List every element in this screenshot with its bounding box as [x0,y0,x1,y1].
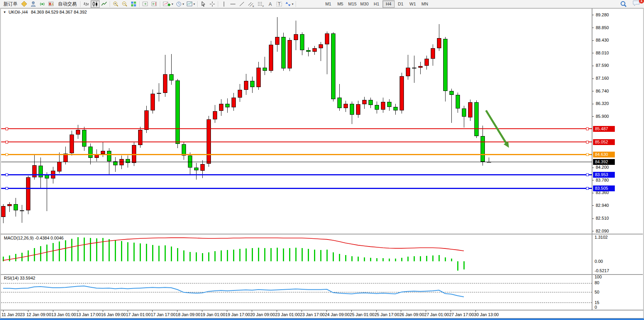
line-handle[interactable] [5,153,8,156]
candle [39,166,43,177]
add-indicator-icon[interactable]: ▾ [161,0,174,8]
rsi-axis-label: 100 [595,275,602,279]
toolbar-separator [159,1,161,7]
crosshair-icon[interactable] [208,0,217,8]
time-tick [277,310,277,312]
one-click-trading-toggle[interactable]: ▼ [3,10,6,14]
line-handle[interactable] [5,187,8,190]
rsi-level-line [1,303,592,303]
mt4-window: 新订单 自动交易 [0,0,644,320]
time-tick-label: 24 Jan 09:00 [325,312,350,317]
auto-scroll-icon[interactable] [150,0,159,8]
toolbar-separator [295,1,297,7]
text-label-icon[interactable]: T [275,0,284,8]
trendline-icon[interactable] [237,0,246,8]
line-handle[interactable] [586,141,589,143]
macd-histogram-bar [177,248,178,261]
period-clock-icon[interactable]: ▾ [174,0,185,8]
signal-icon[interactable] [38,0,47,8]
macd-histogram-bar [214,251,216,261]
timeframe-button-M15[interactable]: M15 [346,0,358,8]
price-tick [592,116,594,117]
price-tick [592,231,594,231]
candle [331,33,335,99]
time-tick [227,310,227,312]
candle [138,130,142,145]
horizontal-line[interactable] [1,142,592,142]
candle [337,98,342,108]
bar-chart-icon[interactable] [82,0,91,8]
search-icon[interactable] [619,0,628,8]
text-icon[interactable]: A [266,0,275,8]
timeframe-button-H1[interactable]: H1 [370,0,383,8]
channel-icon[interactable]: E [246,0,256,8]
shapes-icon[interactable]: ▾ [284,0,295,8]
timeframe-button-MN[interactable]: MN [419,0,431,8]
price-tick-label: 88.010 [596,51,609,55]
line-handle[interactable] [5,173,8,176]
candle [244,81,248,90]
notifications-button[interactable]: 1 [632,0,642,9]
price-tick [592,28,594,28]
line-handle[interactable] [586,128,589,130]
timeframe-button-D1[interactable]: D1 [395,0,407,8]
candle [144,110,149,130]
zoom-in-icon[interactable] [111,0,120,8]
price-tick [592,180,594,180]
candle-wick [9,202,10,212]
candle-wick [265,57,265,75]
timeframe-button-M30[interactable]: M30 [358,0,370,8]
tile-windows-icon[interactable] [129,0,138,8]
candle [82,130,86,147]
line-handle[interactable] [5,128,8,130]
fibonacci-icon[interactable]: F [256,0,266,8]
macd-histogram-bar [270,248,272,261]
macd-histogram-bar [295,248,297,261]
line-handle[interactable] [586,187,589,190]
line-handle[interactable] [586,173,589,176]
price-tick-label: 88.430 [596,38,609,42]
horizontal-line[interactable] [1,188,592,189]
line-handle[interactable] [5,141,8,143]
new-order-button[interactable]: 新订单 [1,0,20,8]
candle [481,136,485,162]
macd-histogram-bar [71,239,72,261]
rsi-axis-label: 80 [595,281,599,285]
horizontal-line-icon[interactable] [228,0,237,8]
template-icon[interactable]: ▾ [185,0,196,8]
timeframe-button-W1[interactable]: W1 [407,0,419,8]
line-chart-icon[interactable] [100,0,109,8]
line-handle[interactable] [586,153,589,156]
macd-pane-divider[interactable] [0,234,643,234]
candle-chart-icon[interactable] [91,0,100,8]
macd-histogram-bar [146,244,147,261]
svg-text:T: T [278,2,281,6]
autotrade-icon[interactable] [47,0,56,8]
chart-shift-icon[interactable] [141,0,150,8]
macd-histogram-bar [133,243,135,261]
horizontal-line[interactable] [1,174,592,175]
timeframe-button-M5[interactable]: M5 [334,0,346,8]
timeframe-button-H4[interactable]: H4 [383,0,395,8]
vertical-line-icon[interactable] [219,0,228,8]
cursor-icon[interactable] [199,0,208,8]
macd-histogram-bar [426,256,427,261]
candle [306,50,311,52]
time-tick [103,310,103,312]
horizontal-line[interactable] [1,128,592,129]
zoom-out-icon[interactable] [120,0,129,8]
time-tick [401,310,401,312]
time-tick-label: 19 Jan 01:00 [200,312,225,317]
macd-histogram-bar [395,259,396,261]
wizard-icon[interactable] [20,0,29,8]
candle [157,93,161,94]
rsi-pane-divider[interactable] [0,274,643,275]
profile-icon[interactable] [29,0,38,8]
horizontal-line[interactable] [1,154,592,155]
timeframe-button-M1[interactable]: M1 [322,0,334,8]
candle [238,90,242,98]
auto-trading-button[interactable]: 自动交易 [56,0,79,8]
rsi-label: RSI(14) 33.5942 [4,276,35,280]
macd-histogram-bar [171,247,172,261]
notification-badge: 1 [639,0,644,3]
